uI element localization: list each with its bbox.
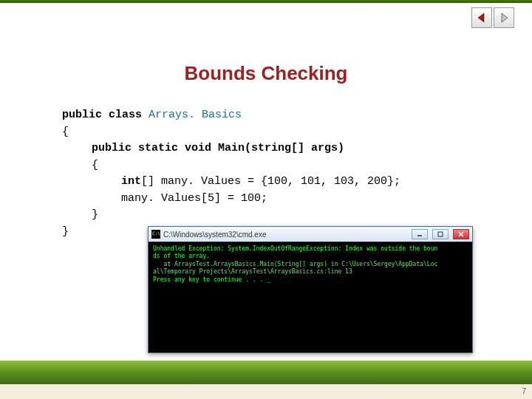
code-line: } (62, 207, 400, 224)
console-line: al\Temporary Projects\ArraysTest\ArraysB… (153, 268, 352, 275)
close-button[interactable] (453, 229, 469, 239)
slide: Bounds Checking public class Arrays. Bas… (0, 0, 532, 399)
close-icon (458, 231, 464, 237)
console-line: ds of the array. (153, 253, 210, 259)
next-button[interactable] (494, 7, 514, 28)
console-title-text: C:\Windows\system32\cmd.exe (163, 231, 267, 239)
slide-title: Bounds Checking (0, 62, 532, 85)
nav-controls (471, 7, 514, 28)
page-number: 7 (522, 387, 526, 395)
code-line: { (62, 124, 400, 141)
footer: 7 (0, 384, 532, 399)
code-text: int (121, 175, 141, 188)
console-body: Unhandled Exception: System.IndexOutOfRa… (149, 242, 472, 352)
code-line: int[] many. Values = {100, 101, 103, 200… (62, 174, 400, 191)
triangle-left-icon (476, 12, 488, 24)
triangle-right-icon (498, 12, 510, 24)
maximize-icon (437, 231, 443, 237)
console-line: at ArraysTest.ArraysBasics.Main(String[]… (153, 261, 437, 267)
code-line: public static void Main(string[] args) (62, 140, 400, 157)
maximize-button[interactable] (432, 229, 449, 239)
cmd-icon (151, 230, 160, 239)
minimize-icon (417, 231, 423, 237)
top-stripe-decor (0, 0, 532, 3)
console-line: Unhandled Exception: System.IndexOutOfRa… (153, 245, 437, 252)
code-class: Arrays. Basics (149, 109, 242, 121)
svg-rect-3 (438, 232, 443, 236)
console-line: Press any key to continue . . . _ (153, 276, 270, 283)
code-block: public class Arrays. Basics { public sta… (62, 107, 400, 240)
svg-marker-0 (478, 13, 484, 22)
minimize-button[interactable] (412, 229, 428, 239)
prev-button[interactable] (471, 7, 492, 28)
code-text: public class (62, 109, 149, 121)
code-line: public class Arrays. Basics (62, 107, 400, 124)
code-line: many. Values[5] = 100; (62, 191, 400, 208)
console-titlebar: C:\Windows\system32\cmd.exe (149, 227, 472, 242)
console-window: C:\Windows\system32\cmd.exe Unhandled Ex… (148, 226, 473, 353)
code-line: { (62, 157, 400, 174)
code-text: [] many. Values = {100, 101, 103, 200}; (141, 175, 400, 188)
svg-marker-1 (502, 13, 508, 22)
